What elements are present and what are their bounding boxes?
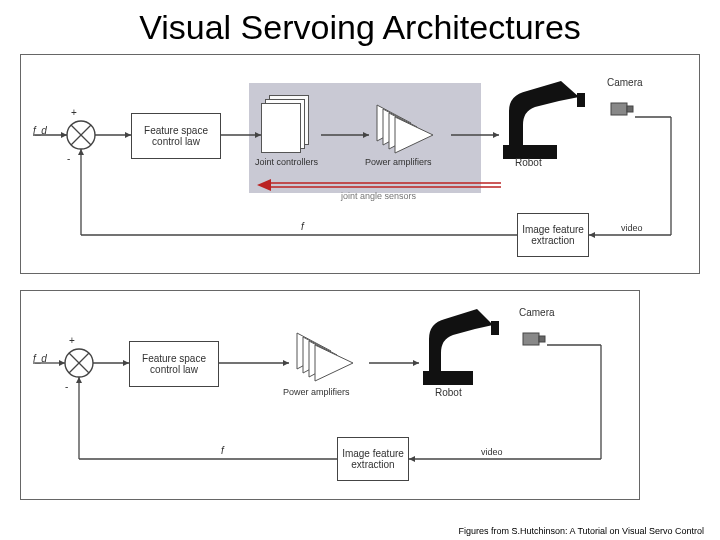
camera-label-top: Camera — [607, 77, 643, 88]
svg-marker-16 — [589, 232, 595, 238]
diagram-top-panel: f_d + - Feature — [20, 54, 700, 274]
camera-label-bottom: Camera — [519, 307, 555, 318]
svg-rect-56 — [539, 336, 545, 342]
svg-marker-52 — [315, 345, 353, 381]
joint-controllers-label: Joint controllers — [255, 157, 318, 167]
power-amps-top — [369, 99, 451, 157]
robot-label-top: Robot — [515, 157, 542, 168]
svg-rect-30 — [627, 106, 633, 112]
page-title: Visual Servoing Architectures — [0, 0, 720, 51]
feature-extraction-top: Image feature extraction — [517, 213, 589, 257]
svg-marker-26 — [395, 117, 433, 153]
control-law-block-top: Feature space control law — [131, 113, 221, 159]
svg-marker-19 — [78, 149, 84, 155]
camera-top — [609, 95, 637, 123]
svg-marker-35 — [59, 360, 65, 366]
video-label-bottom: video — [481, 447, 503, 457]
power-amp-label-bottom: Power amplifiers — [283, 387, 350, 397]
power-amp-label-top: Power amplifiers — [365, 157, 432, 167]
svg-rect-29 — [611, 103, 627, 115]
video-label-top: video — [621, 223, 643, 233]
joint-sensors-label: joint angle sensors — [341, 191, 416, 201]
power-amps-bottom — [289, 327, 371, 385]
diagram-bottom-panel: f_d + - Feature space control law — [20, 290, 640, 500]
robot-label-bottom: Robot — [435, 387, 462, 398]
svg-marker-4 — [61, 132, 67, 138]
f-label-bottom: f — [221, 445, 224, 456]
svg-marker-22 — [257, 179, 271, 191]
camera-bottom — [521, 325, 549, 353]
joint-ctrl-stack-1 — [261, 103, 301, 153]
feature-extraction-bottom: Image feature extraction — [337, 437, 409, 481]
robot-bottom — [419, 297, 529, 393]
control-law-block-bottom: Feature space control law — [129, 341, 219, 387]
svg-rect-55 — [523, 333, 539, 345]
svg-marker-45 — [409, 456, 415, 462]
svg-rect-28 — [577, 93, 585, 107]
svg-rect-54 — [491, 321, 499, 335]
citation-text: Figures from S.Hutchinson: A Tutorial on… — [459, 526, 704, 536]
svg-rect-53 — [423, 371, 473, 385]
svg-marker-48 — [76, 377, 82, 383]
f-label-top: f — [301, 221, 304, 232]
robot-top — [499, 67, 619, 167]
